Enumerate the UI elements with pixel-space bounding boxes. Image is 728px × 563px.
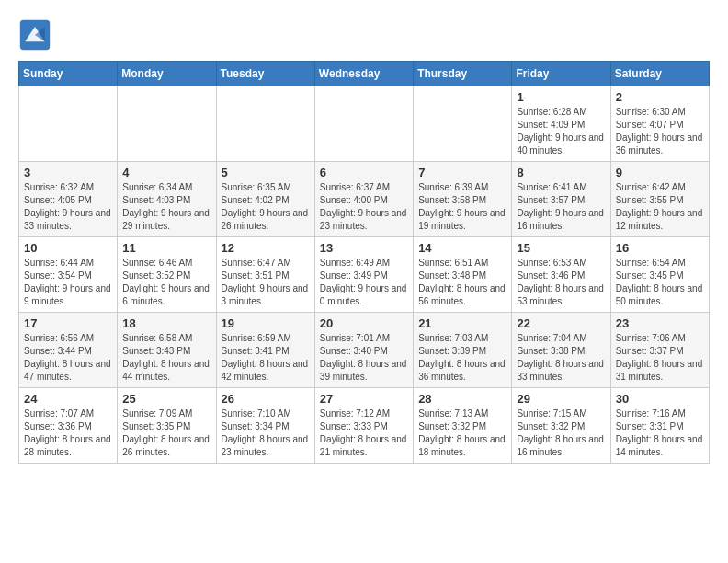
day-info: Sunrise: 6:51 AM Sunset: 3:48 PM Dayligh… <box>418 257 506 308</box>
day-number: 2 <box>616 90 704 104</box>
day-number: 13 <box>320 241 408 255</box>
day-number: 3 <box>24 166 112 179</box>
day-cell: 11Sunrise: 6:46 AM Sunset: 3:52 PM Dayli… <box>118 237 216 313</box>
header-cell-tuesday: Tuesday <box>216 62 314 86</box>
day-info: Sunrise: 6:53 AM Sunset: 3:46 PM Dayligh… <box>517 257 605 308</box>
day-cell: 2Sunrise: 6:30 AM Sunset: 4:07 PM Daylig… <box>610 86 709 162</box>
day-number: 20 <box>320 316 408 330</box>
day-number: 6 <box>320 166 408 179</box>
day-cell: 1Sunrise: 6:28 AM Sunset: 4:09 PM Daylig… <box>512 86 610 162</box>
day-info: Sunrise: 6:56 AM Sunset: 3:44 PM Dayligh… <box>24 332 112 384</box>
day-cell: 27Sunrise: 7:12 AM Sunset: 3:33 PM Dayli… <box>314 388 413 464</box>
day-info: Sunrise: 6:46 AM Sunset: 3:52 PM Dayligh… <box>122 257 210 308</box>
header-cell-sunday: Sunday <box>19 62 118 86</box>
day-cell: 16Sunrise: 6:54 AM Sunset: 3:45 PM Dayli… <box>610 237 709 313</box>
day-info: Sunrise: 6:54 AM Sunset: 3:45 PM Dayligh… <box>616 257 704 308</box>
day-cell <box>19 86 118 162</box>
day-cell: 18Sunrise: 6:58 AM Sunset: 3:43 PM Dayli… <box>118 313 216 388</box>
day-number: 4 <box>122 166 210 179</box>
day-cell: 9Sunrise: 6:42 AM Sunset: 3:55 PM Daylig… <box>610 162 709 237</box>
day-number: 27 <box>320 392 408 406</box>
day-number: 26 <box>222 392 310 406</box>
day-number: 19 <box>222 316 310 330</box>
header-row: SundayMondayTuesdayWednesdayThursdayFrid… <box>19 62 710 86</box>
day-cell: 15Sunrise: 6:53 AM Sunset: 3:46 PM Dayli… <box>512 237 610 313</box>
day-info: Sunrise: 6:58 AM Sunset: 3:43 PM Dayligh… <box>122 332 210 384</box>
day-info: Sunrise: 6:37 AM Sunset: 4:00 PM Dayligh… <box>320 181 408 233</box>
week-row-1: 1Sunrise: 6:28 AM Sunset: 4:09 PM Daylig… <box>19 86 710 162</box>
day-info: Sunrise: 7:15 AM Sunset: 3:32 PM Dayligh… <box>517 408 605 459</box>
day-info: Sunrise: 6:42 AM Sunset: 3:55 PM Dayligh… <box>616 181 704 233</box>
day-number: 1 <box>517 90 605 104</box>
day-cell: 26Sunrise: 7:10 AM Sunset: 3:34 PM Dayli… <box>216 388 314 464</box>
day-info: Sunrise: 6:44 AM Sunset: 3:54 PM Dayligh… <box>24 257 112 308</box>
day-number: 16 <box>616 241 704 255</box>
day-cell: 29Sunrise: 7:15 AM Sunset: 3:32 PM Dayli… <box>512 388 610 464</box>
day-info: Sunrise: 7:12 AM Sunset: 3:33 PM Dayligh… <box>320 408 408 459</box>
week-row-4: 17Sunrise: 6:56 AM Sunset: 3:44 PM Dayli… <box>19 313 710 388</box>
day-number: 18 <box>122 316 210 330</box>
day-cell: 21Sunrise: 7:03 AM Sunset: 3:39 PM Dayli… <box>414 313 512 388</box>
day-cell: 30Sunrise: 7:16 AM Sunset: 3:31 PM Dayli… <box>610 388 709 464</box>
header-cell-thursday: Thursday <box>414 62 512 86</box>
day-cell: 14Sunrise: 6:51 AM Sunset: 3:48 PM Dayli… <box>414 237 512 313</box>
header-cell-wednesday: Wednesday <box>314 62 413 86</box>
day-info: Sunrise: 7:04 AM Sunset: 3:38 PM Dayligh… <box>517 332 605 384</box>
day-cell: 10Sunrise: 6:44 AM Sunset: 3:54 PM Dayli… <box>19 237 118 313</box>
day-info: Sunrise: 6:39 AM Sunset: 3:58 PM Dayligh… <box>418 181 506 233</box>
day-cell: 17Sunrise: 6:56 AM Sunset: 3:44 PM Dayli… <box>19 313 118 388</box>
calendar-table: SundayMondayTuesdayWednesdayThursdayFrid… <box>18 61 710 464</box>
day-number: 11 <box>122 241 210 255</box>
day-cell: 13Sunrise: 6:49 AM Sunset: 3:49 PM Dayli… <box>314 237 413 313</box>
day-cell: 23Sunrise: 7:06 AM Sunset: 3:37 PM Dayli… <box>610 313 709 388</box>
day-number: 28 <box>418 392 506 406</box>
calendar-header: SundayMondayTuesdayWednesdayThursdayFrid… <box>19 62 710 86</box>
header-cell-monday: Monday <box>118 62 216 86</box>
day-cell: 25Sunrise: 7:09 AM Sunset: 3:35 PM Dayli… <box>118 388 216 464</box>
day-cell: 22Sunrise: 7:04 AM Sunset: 3:38 PM Dayli… <box>512 313 610 388</box>
day-info: Sunrise: 6:35 AM Sunset: 4:02 PM Dayligh… <box>222 181 310 233</box>
page-header <box>18 18 710 52</box>
logo-icon <box>18 18 51 52</box>
day-cell <box>118 86 216 162</box>
day-info: Sunrise: 7:07 AM Sunset: 3:36 PM Dayligh… <box>24 408 112 459</box>
header-cell-friday: Friday <box>512 62 610 86</box>
day-info: Sunrise: 7:03 AM Sunset: 3:39 PM Dayligh… <box>418 332 506 384</box>
day-info: Sunrise: 6:30 AM Sunset: 4:07 PM Dayligh… <box>616 106 704 157</box>
day-number: 21 <box>418 316 506 330</box>
day-cell: 12Sunrise: 6:47 AM Sunset: 3:51 PM Dayli… <box>216 237 314 313</box>
day-info: Sunrise: 7:01 AM Sunset: 3:40 PM Dayligh… <box>320 332 408 384</box>
day-number: 10 <box>24 241 112 255</box>
day-number: 17 <box>24 316 112 330</box>
calendar-body: 1Sunrise: 6:28 AM Sunset: 4:09 PM Daylig… <box>19 86 710 464</box>
day-cell: 7Sunrise: 6:39 AM Sunset: 3:58 PM Daylig… <box>414 162 512 237</box>
week-row-2: 3Sunrise: 6:32 AM Sunset: 4:05 PM Daylig… <box>19 162 710 237</box>
day-cell: 3Sunrise: 6:32 AM Sunset: 4:05 PM Daylig… <box>19 162 118 237</box>
logo <box>18 18 55 52</box>
day-info: Sunrise: 6:41 AM Sunset: 3:57 PM Dayligh… <box>517 181 605 233</box>
day-info: Sunrise: 6:32 AM Sunset: 4:05 PM Dayligh… <box>24 181 112 233</box>
day-info: Sunrise: 7:16 AM Sunset: 3:31 PM Dayligh… <box>616 408 704 459</box>
day-number: 8 <box>517 166 605 179</box>
day-number: 24 <box>24 392 112 406</box>
day-info: Sunrise: 7:09 AM Sunset: 3:35 PM Dayligh… <box>122 408 210 459</box>
week-row-3: 10Sunrise: 6:44 AM Sunset: 3:54 PM Dayli… <box>19 237 710 313</box>
header-cell-saturday: Saturday <box>610 62 709 86</box>
day-cell: 28Sunrise: 7:13 AM Sunset: 3:32 PM Dayli… <box>414 388 512 464</box>
day-cell <box>216 86 314 162</box>
day-cell: 5Sunrise: 6:35 AM Sunset: 4:02 PM Daylig… <box>216 162 314 237</box>
day-info: Sunrise: 6:49 AM Sunset: 3:49 PM Dayligh… <box>320 257 408 308</box>
day-number: 12 <box>222 241 310 255</box>
day-cell: 19Sunrise: 6:59 AM Sunset: 3:41 PM Dayli… <box>216 313 314 388</box>
day-cell: 24Sunrise: 7:07 AM Sunset: 3:36 PM Dayli… <box>19 388 118 464</box>
day-number: 29 <box>517 392 605 406</box>
week-row-5: 24Sunrise: 7:07 AM Sunset: 3:36 PM Dayli… <box>19 388 710 464</box>
day-number: 23 <box>616 316 704 330</box>
day-number: 30 <box>616 392 704 406</box>
day-number: 14 <box>418 241 506 255</box>
day-cell: 8Sunrise: 6:41 AM Sunset: 3:57 PM Daylig… <box>512 162 610 237</box>
day-info: Sunrise: 6:59 AM Sunset: 3:41 PM Dayligh… <box>222 332 310 384</box>
day-number: 5 <box>222 166 310 179</box>
day-number: 9 <box>616 166 704 179</box>
day-cell: 4Sunrise: 6:34 AM Sunset: 4:03 PM Daylig… <box>118 162 216 237</box>
